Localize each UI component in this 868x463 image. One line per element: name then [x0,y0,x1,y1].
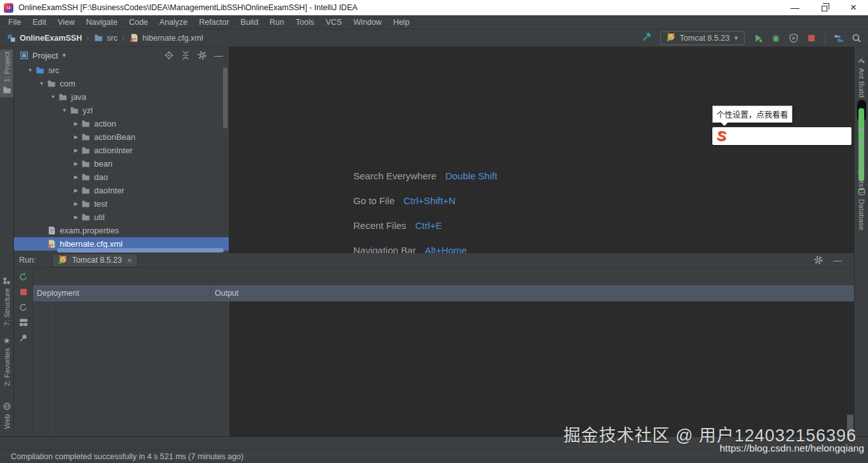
chevron-collapsed-icon[interactable]: ▶ [71,148,81,153]
settings-icon[interactable] [197,50,207,60]
tool-window-button-2-favorites[interactable]: ★2: Favorites [0,333,13,388]
deployment-section-header: Deployment [33,285,210,301]
chevron-collapsed-icon[interactable]: ▶ [71,214,81,220]
folder-icon [58,92,68,102]
stop-square-icon[interactable] [18,287,29,297]
chevron-collapsed-icon[interactable]: ▶ [71,161,81,167]
refresh-icon[interactable] [18,302,29,312]
sogou-logo-icon[interactable]: S [712,127,730,145]
minimize-button[interactable]: — [780,0,810,15]
chevron-expanded-icon[interactable]: ▼ [37,81,46,86]
run-panel-header: Run: Tomcat 8.5.23 × — [14,253,854,268]
run-configuration-select[interactable]: Tomcat 8.5.23 ▼ [660,31,745,45]
tree-node-label: exam.properties [60,226,119,235]
tree-row-actionbean[interactable]: ▶actionBean [14,130,229,144]
ant-icon [857,55,867,66]
menu-code[interactable]: Code [123,17,154,28]
chevron-collapsed-icon[interactable]: ▶ [71,174,81,180]
tree-row-bean[interactable]: ▶bean [14,157,229,170]
chevron-expanded-icon[interactable]: ▼ [48,94,58,100]
hide-icon[interactable]: — [214,50,224,60]
menu-analyze[interactable]: Analyze [154,17,193,28]
breadcrumb-src[interactable]: src [93,33,118,43]
tree-row-action[interactable]: ▶action [14,117,229,130]
tool-window-button-7-structure[interactable]: 7: Structure [0,273,13,328]
collapse-all-icon[interactable] [180,50,191,60]
tree-row-dao[interactable]: ▶dao [14,170,229,184]
menu-window[interactable]: Window [348,17,387,28]
menu-edit[interactable]: Edit [27,17,52,28]
tree-vertical-scrollbar[interactable] [223,67,227,128]
menu-build[interactable]: Build [235,17,264,28]
tool-window-button-1-project[interactable]: 1: Project [0,50,13,97]
menu-run[interactable]: Run [264,17,290,28]
breadcrumb-hibernate-cfg-xml[interactable]: hibernate.cfg.xml [129,33,203,43]
menu-vcs[interactable]: VCS [320,17,348,28]
tool-window-button-ant-build[interactable]: Ant Build [855,53,868,99]
tree-row-exam-properties[interactable]: exam.properties [14,224,229,237]
breadcrumb-label: hibernate.cfg.xml [142,34,203,43]
close-button[interactable]: × [839,0,868,15]
debug-icon[interactable] [771,33,781,43]
restore-icon [822,6,827,11]
project-view-icon [19,50,29,60]
tool-window-button-database[interactable]: Database [855,184,868,232]
deployment-toolbar [33,301,52,436]
layout-icon[interactable] [18,317,29,328]
breadcrumb-onlineexamssh[interactable]: OnlineExamSSH [6,33,82,43]
run-icon[interactable] [753,33,763,43]
menu-refactor[interactable]: Refactor [193,17,234,28]
chevron-collapsed-icon[interactable]: ▶ [71,201,81,207]
tree-horizontal-scrollbar[interactable] [57,248,224,252]
toolbar-divider [825,33,825,43]
tree-row-test[interactable]: ▶test [14,197,229,211]
project-view-select[interactable]: Project ▼ [19,50,67,60]
menu-view[interactable]: View [52,17,81,28]
shortcut-hint-row: Navigation BarAlt+Home [353,243,498,253]
tree-row-yzl[interactable]: ▼yzl [14,104,229,117]
chevron-collapsed-icon[interactable]: ▶ [71,134,81,140]
project-structure-icon[interactable] [834,33,844,43]
chevron-expanded-icon[interactable]: ▼ [25,67,35,73]
restore-button[interactable] [810,0,839,15]
tree-row-daointer[interactable]: ▶daoInter [14,184,229,197]
menu-file[interactable]: File [3,17,27,28]
menu-tools[interactable]: Tools [290,17,320,28]
toolbar-right: Tomcat 8.5.23 ▼ [642,31,862,45]
run-panel-title: Run: [19,256,36,265]
ime-tooltip-text: 个性设置，点我看看 [717,108,789,120]
close-icon[interactable]: × [127,256,132,265]
console-output[interactable] [229,301,854,436]
window-controls: —× [780,0,868,15]
tree-row-util[interactable]: ▶util [14,211,229,224]
chevron-collapsed-icon[interactable]: ▶ [71,188,81,193]
tree-row-actioninter[interactable]: ▶actionInter [14,144,229,157]
build-hammer-icon[interactable] [642,32,652,42]
tree-row-java[interactable]: ▼java [14,90,229,104]
settings-icon[interactable] [813,255,824,265]
stop-icon[interactable] [806,33,817,43]
tool-window-button-web[interactable]: Web [0,399,13,431]
tree-row-com[interactable]: ▼com [14,77,229,90]
project-tool-window: Project ▼ — ▼src▼com▼java▼yzl▶action▶act… [14,47,229,253]
tomcat-icon [666,32,676,42]
tree-row-src[interactable]: ▼src [14,64,229,77]
ime-tooltip[interactable]: 个性设置，点我看看 [712,106,792,123]
chevron-collapsed-icon[interactable]: ▶ [71,121,81,127]
folder-icon [81,186,91,196]
hide-icon[interactable]: — [832,255,843,265]
run-configuration-tab[interactable]: Tomcat 8.5.23 × [52,254,137,267]
pin-icon[interactable] [18,333,29,343]
menu-navigate[interactable]: Navigate [81,17,123,28]
chevron-expanded-icon[interactable]: ▼ [60,107,69,113]
breadcrumb-label: OnlineExamSSH [20,34,82,43]
locate-icon[interactable] [164,50,174,60]
search-icon[interactable] [851,33,862,43]
run-configuration-label: Tomcat 8.5.23 [680,34,730,43]
coverage-icon[interactable] [789,33,799,43]
menu-help[interactable]: Help [388,17,416,28]
tool-window-button-label: Database [858,199,865,230]
right-tool-window-bar: Ant BuildmMaven ProjectsDatabase [854,47,868,436]
tool-window-button-maven-projects[interactable]: mMaven Projects [855,122,868,189]
rerun-icon[interactable] [18,272,29,282]
